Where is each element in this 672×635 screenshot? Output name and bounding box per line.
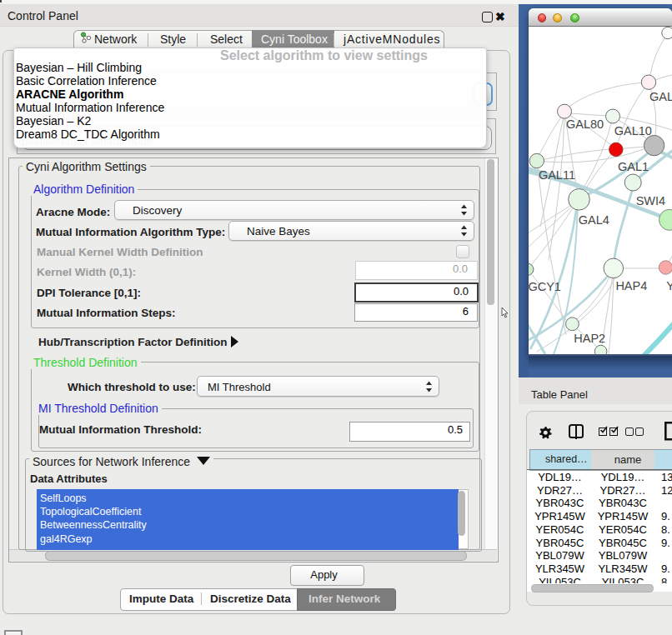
svg-text:GAL80: GAL80	[566, 118, 604, 131]
svg-text:GAL7: GAL7	[649, 90, 672, 103]
svg-text:HAP4: HAP4	[615, 279, 647, 292]
svg-text:GAL1: GAL1	[618, 160, 649, 173]
svg-text:GAL4: GAL4	[579, 213, 609, 227]
svg-text:GAL10: GAL10	[614, 124, 652, 138]
svg-text:HAP2: HAP2	[574, 332, 605, 345]
svg-text:GAL11: GAL11	[539, 168, 575, 182]
svg-text:Y: Y	[666, 279, 672, 292]
svg-text:SWI4: SWI4	[636, 194, 665, 208]
svg-text:GCY1: GCY1	[529, 280, 561, 293]
